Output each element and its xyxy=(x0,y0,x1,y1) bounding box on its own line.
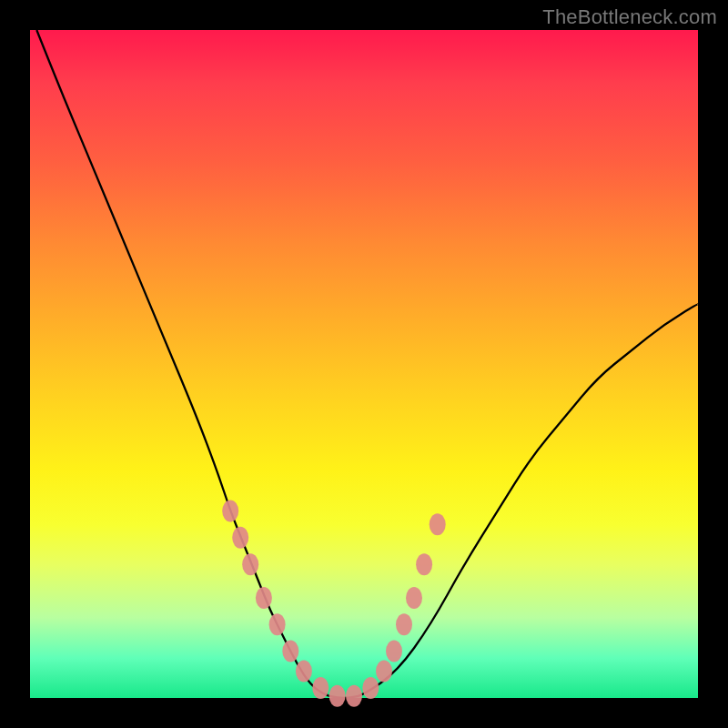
bottleneck-curve xyxy=(36,30,698,698)
curve-marker xyxy=(296,661,312,682)
curve-marker xyxy=(430,513,446,535)
curve-marker xyxy=(386,641,402,662)
plot-area xyxy=(30,30,698,698)
curve-marker xyxy=(222,500,238,522)
curve-marker xyxy=(406,587,422,609)
curve-marker xyxy=(346,685,362,707)
curve-marker xyxy=(376,661,392,682)
curve-marker xyxy=(329,685,346,707)
curve-markers xyxy=(222,500,446,707)
curve-marker xyxy=(256,587,272,609)
curve-marker xyxy=(312,677,329,699)
curve-marker xyxy=(269,613,286,635)
curve-svg xyxy=(30,30,698,698)
watermark-text: TheBottleneck.com xyxy=(542,5,717,29)
curve-marker xyxy=(396,613,412,635)
curve-marker xyxy=(416,553,432,575)
chart-frame: TheBottleneck.com xyxy=(0,0,728,728)
curve-marker xyxy=(232,527,248,549)
curve-marker xyxy=(242,553,258,575)
curve-marker xyxy=(362,677,379,699)
curve-marker xyxy=(282,641,298,662)
